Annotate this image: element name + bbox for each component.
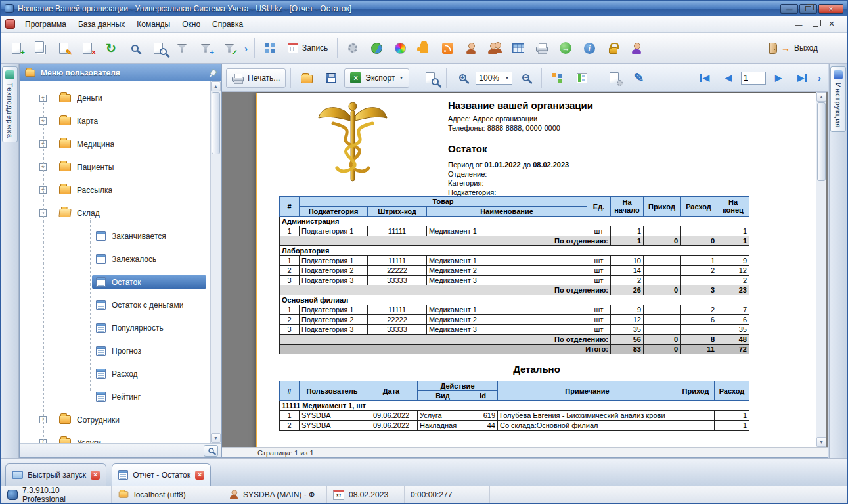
menu-search-button[interactable] [204,445,218,457]
sidebar-folder-item[interactable]: −Склад [20,201,210,224]
rss-icon[interactable] [436,37,458,58]
printer-icon[interactable] [531,37,553,58]
sidebar-folder-item[interactable]: +Деньги [20,87,210,110]
menu-program[interactable]: Программа [19,17,72,32]
user-icon[interactable] [460,37,482,58]
sidebar-folder-item[interactable]: +Медицина [20,133,210,156]
menu-database[interactable]: База данных [72,17,131,32]
export-button[interactable]: X Экспорт ▼ [344,68,409,88]
sidebar-item-content[interactable]: Прогноз [92,344,206,358]
sidebar-item-content[interactable]: Карта [55,115,206,128]
go-arrow-icon[interactable]: → [554,37,577,58]
modules-globe-icon[interactable] [365,37,388,58]
sidebar-item-content[interactable]: Заканчивается [92,229,206,243]
sidebar-item-content[interactable]: Остаток с деньгами [92,298,206,312]
scroll-thumb[interactable] [212,92,220,154]
sidebar-item-content[interactable]: Медицина [55,138,206,151]
page-number-input[interactable] [741,72,766,85]
page-setup-button[interactable] [603,68,625,89]
info-icon[interactable]: i [578,37,600,58]
refresh-icon[interactable]: ↻ [100,37,122,58]
scroll-up-icon[interactable]: ▲ [211,81,221,91]
users-group-icon[interactable] [483,37,506,58]
lock-icon[interactable] [602,37,624,58]
sidebar-report-item[interactable]: Расход [20,362,210,385]
sidebar-item-content[interactable]: Залежалось [92,252,206,266]
thumbnails-view-button[interactable] [571,68,593,89]
admin-user-icon[interactable] [625,37,648,58]
table-view-icon[interactable] [507,37,529,58]
settings-gear-icon[interactable] [342,37,364,58]
report-scrollbar[interactable]: ▲ ▼ [816,92,826,447]
mdi-restore-icon[interactable] [808,18,822,30]
sidebar-item-content[interactable]: Склад [55,207,206,220]
sidebar-report-item[interactable]: Остаток [20,270,210,293]
tab-quick-launch[interactable]: Быстрый запуск × [5,463,106,486]
filter-apply-icon[interactable]: ✓ [218,37,240,58]
edit-report-button[interactable]: ✎ [627,68,650,89]
filter-add-icon[interactable]: + [194,37,217,58]
minimize-button[interactable]: — [780,4,798,14]
tab-tech-support[interactable]: Техподдержка [2,66,18,142]
close-tab-icon[interactable]: × [195,471,204,480]
next-page-button[interactable]: ▶ [767,68,790,89]
sidebar-item-content[interactable]: Расход [92,367,206,381]
sidebar-report-item[interactable]: Залежалось [20,247,210,270]
search-icon[interactable] [123,37,146,58]
scroll-down-icon[interactable]: ▼ [816,437,826,447]
tab-report-ostatok[interactable]: Отчет - Остаток × [112,463,211,486]
sidebar-folder-item[interactable]: +Сотрудники [20,408,210,431]
scroll-up-icon[interactable]: ▲ [816,92,826,102]
outline-view-button[interactable] [547,68,569,89]
sidebar-folder-item[interactable]: +Услуги [20,431,210,443]
sidebar-report-item[interactable]: Прогноз [20,339,210,362]
prev-page-button[interactable]: ◀ [717,68,740,89]
print-button[interactable]: Печать... [226,68,286,88]
search-document-icon[interactable] [147,37,169,58]
mdi-close-icon[interactable]: ✕ [824,18,839,30]
sidebar-item-content[interactable]: Деньги [55,92,206,105]
record-button[interactable]: Запись [282,37,333,58]
delete-record-icon[interactable]: × [76,37,99,58]
sidebar-item-content[interactable]: Услуги [55,436,206,444]
sidebar-report-item[interactable]: Остаток с деньгами [20,293,210,316]
last-page-button[interactable]: ▶ [791,68,813,89]
sidebar-scrollbar[interactable]: ▲ ▼ [210,81,221,443]
sidebar-item-content[interactable]: Популярность [92,321,206,335]
menu-commands[interactable]: Команды [131,17,176,32]
color-wheel-icon[interactable] [389,37,411,58]
zoom-select[interactable]: 100% ▼ [476,72,512,85]
sidebar-item-content[interactable]: Остаток [92,275,206,289]
menu-help[interactable]: Справка [206,17,249,32]
sidebar-report-item[interactable]: Рейтинг [20,385,210,408]
tiles-icon[interactable] [259,37,281,58]
sidebar-item-content[interactable]: Рассылка [55,184,206,197]
mdi-minimize-icon[interactable]: — [792,18,806,30]
menu-window[interactable]: Окно [176,17,206,32]
sidebar-folder-item[interactable]: +Карта [20,110,210,133]
hand-icon[interactable] [413,37,435,58]
toolbar-overflow-chevron[interactable]: › [242,43,250,54]
exit-button[interactable]: → Выход [764,37,823,58]
first-page-button[interactable]: ◀ [694,68,716,89]
zoom-in-button[interactable] [451,68,474,89]
copy-record-icon[interactable] [29,37,51,58]
sidebar-item-content[interactable]: Рейтинг [92,390,206,404]
sidebar-folder-item[interactable]: +Рассылка [20,178,210,201]
find-in-report-button[interactable] [419,68,441,89]
sidebar-item-content[interactable]: Пациенты [55,161,206,174]
scroll-down-icon[interactable]: ▼ [211,433,221,443]
close-button[interactable]: × [818,4,843,14]
pin-icon[interactable] [208,69,216,77]
sidebar-report-item[interactable]: Популярность [20,316,210,339]
sidebar-item-content[interactable]: Сотрудники [55,413,206,427]
close-tab-icon[interactable]: × [91,471,100,480]
maximize-button[interactable] [799,4,817,14]
save-report-button[interactable] [320,68,342,89]
scroll-thumb[interactable] [817,102,826,181]
sidebar-report-item[interactable]: Заканчивается [20,224,210,247]
sidebar-folder-item[interactable]: +Пациенты [20,156,210,178]
zoom-out-button[interactable] [514,68,537,89]
filter-icon[interactable] [171,37,193,58]
tab-instruction[interactable]: Инструкция [830,66,846,132]
